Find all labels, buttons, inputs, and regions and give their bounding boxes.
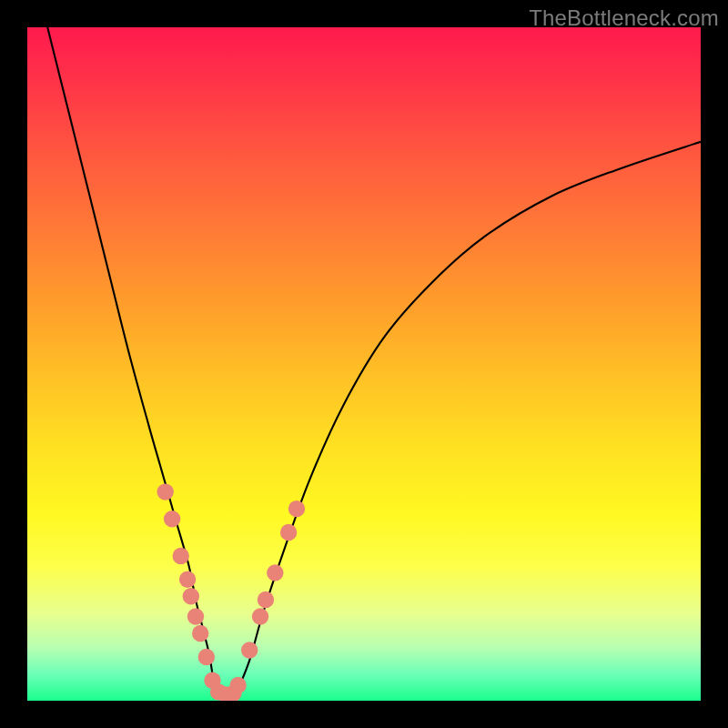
- highlight-dot: [241, 642, 258, 658]
- watermark-text: TheBottleneck.com: [529, 5, 719, 31]
- highlight-dot: [288, 500, 305, 517]
- highlight-dots: [157, 483, 306, 701]
- chart-svg: [27, 27, 701, 701]
- highlight-dot: [164, 511, 180, 527]
- highlight-dot: [258, 592, 274, 608]
- highlight-dot: [179, 571, 196, 588]
- highlight-dot: [280, 524, 297, 541]
- highlight-dot: [157, 483, 174, 500]
- highlight-dot: [198, 649, 215, 665]
- right-curve: [236, 142, 701, 694]
- highlight-dot: [229, 677, 246, 693]
- highlight-dot: [173, 548, 189, 564]
- plot-frame: [27, 27, 701, 701]
- highlight-dot: [183, 588, 199, 604]
- highlight-dot: [267, 564, 283, 581]
- highlight-dot: [192, 625, 208, 642]
- highlight-dot: [187, 608, 204, 624]
- highlight-dot: [252, 608, 268, 624]
